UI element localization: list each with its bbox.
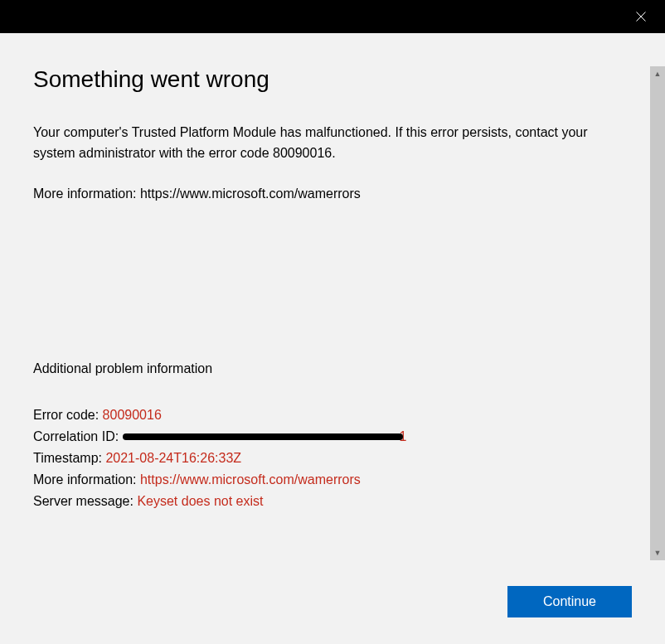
server-message-value: Keyset does not exist: [137, 494, 263, 508]
more-info-url: https://www.microsoft.com/wamerrors: [140, 186, 361, 201]
correlation-id-label: Correlation ID:: [33, 429, 123, 443]
scroll-up-arrow-icon[interactable]: ▲: [650, 66, 665, 81]
additional-info-header: Additional problem information: [33, 361, 632, 376]
server-message-label: Server message:: [33, 494, 137, 508]
server-message-line: Server message: Keyset does not exist: [33, 491, 632, 512]
correlation-id-line: Correlation ID: 1: [33, 426, 632, 448]
more-info-line: More information: https://www.microsoft.…: [33, 184, 632, 205]
scrollbar-thumb[interactable]: [650, 81, 665, 545]
button-bar: Continue: [507, 586, 632, 617]
close-button[interactable]: [629, 4, 653, 29]
vertical-scrollbar[interactable]: ▲ ▼: [650, 66, 665, 560]
dialog-body: Something went wrong Your computer's Tru…: [0, 33, 665, 644]
error-code-line: Error code: 80090016: [33, 404, 632, 426]
content-area: Something went wrong Your computer's Tru…: [0, 33, 665, 644]
timestamp-value: 2021-08-24T16:26:33Z: [105, 451, 241, 465]
close-icon: [636, 12, 646, 22]
error-title: Something went wrong: [33, 66, 632, 93]
error-code-label: Error code:: [33, 408, 103, 422]
scroll-down-arrow-icon[interactable]: ▼: [650, 545, 665, 560]
error-message: Your computer's Trusted Platform Module …: [33, 123, 632, 164]
title-bar: [0, 0, 665, 33]
details-more-info-line: More information: https://www.microsoft.…: [33, 469, 632, 491]
spacer: [33, 204, 632, 361]
error-code-value: 80090016: [103, 408, 162, 422]
redacted-correlation-id: [123, 433, 403, 440]
details-more-info-label: More information:: [33, 472, 140, 487]
details-more-info-value: https://www.microsoft.com/wamerrors: [140, 472, 361, 487]
more-info-label: More information:: [33, 186, 140, 201]
continue-button[interactable]: Continue: [507, 586, 632, 617]
timestamp-label: Timestamp:: [33, 451, 105, 465]
timestamp-line: Timestamp: 2021-08-24T16:26:33Z: [33, 448, 632, 469]
